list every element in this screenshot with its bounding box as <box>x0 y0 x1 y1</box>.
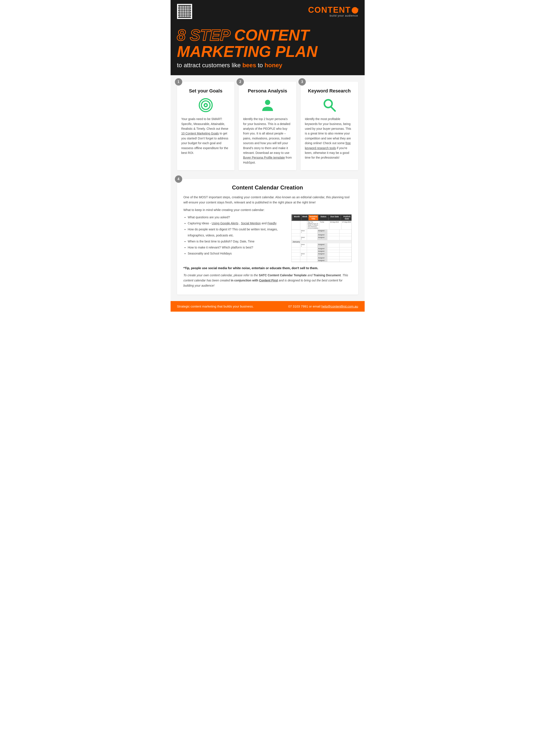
persona-link[interactable]: Buyer Persona Profile template <box>243 156 285 159</box>
list-item: What questions are you asked? <box>188 214 285 220</box>
tip-box: *Tip, people use social media for white … <box>183 266 352 270</box>
section4: 4 Content Calendar Creation One of the M… <box>171 177 365 301</box>
cal-cell <box>340 259 352 262</box>
step-icon-1 <box>181 97 230 113</box>
cal-cell <box>340 250 352 252</box>
conjunction-bold: in conjunction with Content First <box>231 279 278 282</box>
cal-cell <box>292 243 300 247</box>
cal-cell: Week 1 <box>300 243 307 247</box>
cal-cell: Assigned <box>318 253 327 256</box>
step-card-1: 1 Set your Goals Your goals need to be S… <box>177 82 235 170</box>
cal-cell: Week 1 <box>300 230 307 233</box>
cal-cell <box>307 250 318 252</box>
hero-section: 8 Step Content Marketing Plan to attract… <box>171 23 365 75</box>
cal-row: Assigned <box>292 257 352 259</box>
closing-note: To create your own content calendar, ple… <box>183 273 352 288</box>
cal-row: Week 2 Assigned <box>292 253 352 257</box>
brand-badge: 1ST <box>352 7 358 14</box>
cal-cell <box>300 250 307 252</box>
goals-link[interactable]: 10 Content Marketing Goals <box>181 132 219 135</box>
cal-cell <box>327 233 339 236</box>
cal-cell <box>292 253 300 256</box>
list-item: When is the best time to publish? Day, D… <box>188 238 285 244</box>
step-icon-2 <box>243 97 292 113</box>
cal-row: Week 2 Assigned <box>292 236 352 240</box>
cal-cell: Assigned <box>318 243 327 247</box>
cal-cell: 27-Sep-2013 <box>342 221 352 229</box>
google-alerts-link[interactable]: Using Google Alerts <box>212 222 239 225</box>
section4-list: What questions are you asked? Capturing … <box>183 214 285 256</box>
svg-line-6 <box>331 107 335 111</box>
step-card-2: 2 Persona Analysis Identify the top 2 bu… <box>239 82 296 170</box>
section4-inner: 4 Content Calendar Creation One of the M… <box>177 179 358 295</box>
cal-row: Top The Hawkes Eye 20 Taster To Match Yo… <box>292 221 352 230</box>
cal-cell <box>307 253 318 256</box>
content-first-link[interactable]: Content First <box>259 279 278 282</box>
cal-row: Assigned <box>292 259 352 262</box>
cal-cell: Assigned <box>318 247 327 250</box>
cal-cell <box>327 236 339 240</box>
feedly-link[interactable]: Feedly <box>268 222 276 225</box>
satc-template-bold: SATC Content Calendar Template <box>259 274 307 277</box>
cal-cell: Top The Hawkes Eye 20 Taster To Match Yo… <box>307 221 319 229</box>
brand-logo: CONTENT1ST build your audience <box>308 6 358 17</box>
cal-cell <box>327 230 339 233</box>
target-icon <box>198 97 213 113</box>
cal-col-month: Month <box>293 215 301 220</box>
footer-phone: 07 3103 7991 <box>288 305 308 308</box>
cal-col-status: Status <box>319 215 328 220</box>
footer-right: 07 3103 7991 or email help@contentfirst.… <box>288 305 358 308</box>
cal-cell <box>327 247 339 250</box>
cal-cell <box>300 247 307 250</box>
step-number-2: 2 <box>237 78 244 86</box>
cal-cell <box>300 233 307 236</box>
cal-cell <box>340 243 352 247</box>
section4-ul: What questions are you asked? Capturing … <box>183 214 285 256</box>
cal-cell <box>307 259 318 262</box>
list-item: How do people want to digest it? This co… <box>188 226 285 238</box>
cal-cell <box>307 243 318 247</box>
cal-cell <box>327 243 339 247</box>
svg-point-4 <box>265 100 270 105</box>
cal-month: January <box>292 240 352 243</box>
cal-header: Month Week Tentative Title Status Due Da… <box>292 214 352 221</box>
steps-row: 1 Set your Goals Your goals need to be S… <box>171 75 365 177</box>
brand-name-text: CONTENT <box>308 5 351 14</box>
step-text-3: Identify the most profitable keywords fo… <box>305 117 354 160</box>
cal-row: Assigned <box>292 250 352 253</box>
header-left <box>177 4 192 19</box>
footer-email-link[interactable]: help@contentfirst.com.au <box>321 305 358 308</box>
training-doc-bold: Training Document <box>313 274 341 277</box>
cal-cell <box>340 257 352 259</box>
header: CONTENT1ST build your audience <box>171 0 365 23</box>
cal-cell: Week 2 <box>300 236 307 240</box>
cal-cell: Assigned <box>318 230 327 233</box>
list-item: How to make it relevant? Which platform … <box>188 244 285 251</box>
person-icon <box>260 97 275 113</box>
cal-cell <box>300 221 307 229</box>
cal-cell <box>307 230 318 233</box>
hero-connector: to <box>258 62 263 68</box>
keyword-tools-link[interactable]: free keyword research tools <box>305 141 351 149</box>
cal-cell: To Do <box>320 221 329 229</box>
cal-cell <box>292 236 300 240</box>
step-title-2: Persona Analysis <box>243 88 292 94</box>
brand-name: CONTENT1ST <box>308 6 358 14</box>
cal-cell <box>307 233 318 236</box>
cal-row: Assigned <box>292 247 352 250</box>
step-title-1: Set your Goals <box>181 88 230 94</box>
cal-cell <box>340 247 352 250</box>
cal-row: Week 1 Assigned <box>292 243 352 247</box>
cal-cell <box>327 250 339 252</box>
hero-subtitle-text: to attract customers like <box>177 62 241 68</box>
cal-cell <box>292 250 300 252</box>
cal-cell <box>292 247 300 250</box>
cal-cell: Assigned <box>318 233 327 236</box>
cal-cell: 20-Sep-2013 <box>329 221 341 229</box>
cal-cell <box>292 259 300 262</box>
social-mention-link[interactable]: Social Mention <box>241 222 261 225</box>
hero-title: 8 Step Content Marketing Plan <box>177 27 358 60</box>
step-number-3: 3 <box>298 78 306 86</box>
cal-cell <box>340 253 352 256</box>
cal-col-pubdate: Publish Date <box>341 215 352 220</box>
